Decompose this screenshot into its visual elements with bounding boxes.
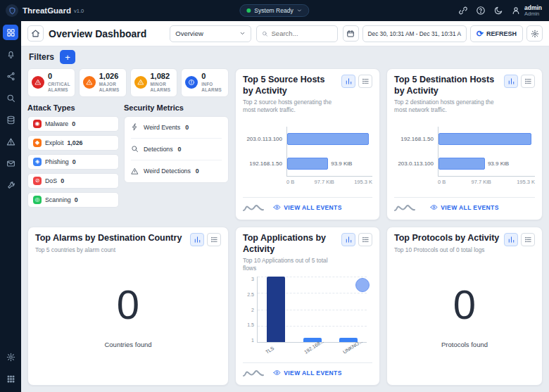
y-tick: 3 (243, 277, 254, 282)
attack-type-malware[interactable]: ◉ Malware 0 (27, 116, 119, 132)
metric-label: Detections (144, 146, 173, 153)
x-axis: 0 B 97.7 KiB 195.3 K (438, 176, 535, 185)
calendar-button[interactable] (343, 25, 359, 42)
attack-type-scanning[interactable]: ◎ Scanning 0 (27, 192, 119, 208)
table-view-button[interactable] (358, 75, 372, 88)
bar[interactable] (267, 277, 285, 342)
alarm-overview-section: 0 CRITICAL ALARMS 1,026 MAJOR ALARMS (27, 68, 229, 220)
bar-track: 93.9 KiB (438, 151, 535, 176)
sidebar-item-data-sources[interactable] (3, 112, 18, 127)
app-logo-shield-icon (6, 4, 18, 17)
gear-icon (6, 353, 15, 362)
metric-label: Weird Detections (144, 167, 191, 175)
stat-card-minor[interactable]: 1,082 MINOR ALARMS (130, 68, 178, 97)
page-title: Overview Dashboard (49, 28, 146, 39)
stat-card-critical[interactable]: 0 CRITICAL ALARMS (27, 68, 75, 97)
dark-mode-moon-icon[interactable] (493, 6, 503, 15)
vbar-chart-applications (257, 277, 367, 343)
table-view-button[interactable] (358, 233, 372, 246)
panel-subtitle: Top 2 source hosts generating the most n… (243, 99, 337, 114)
table-view-button[interactable] (521, 233, 535, 246)
stat-card-info[interactable]: 0 INFO ALARMS (181, 68, 229, 97)
chart-view-button[interactable] (341, 75, 355, 88)
chart-view-button[interactable] (504, 233, 518, 246)
table-view-button[interactable] (521, 75, 535, 88)
chart-view-button[interactable] (190, 233, 204, 246)
sidebar-item-messages[interactable] (3, 156, 18, 171)
system-status-dropdown[interactable]: System Ready (239, 4, 309, 17)
view-all-label: VIEW ALL EVENTS (441, 204, 499, 211)
view-all-label: VIEW ALL EVENTS (284, 204, 342, 211)
sidebar-item-tools[interactable] (3, 177, 18, 193)
panel-title: Top Alarms by Destination Country (35, 233, 182, 244)
view-all-events-link[interactable]: VIEW ALL EVENTS (273, 369, 342, 377)
chevron-down-icon (297, 8, 303, 13)
x-tick: 97.7 KiB (315, 179, 334, 185)
scanning-icon: ◎ (33, 196, 42, 204)
metric-value: 0 (196, 167, 199, 175)
link-icon[interactable] (458, 6, 468, 15)
bar-chart-icon (507, 77, 515, 85)
chevron-down-icon (239, 30, 246, 37)
panel-alarms-by-country: Top Alarms by Destination Country Top 5 … (27, 227, 229, 386)
app-version: v1.0 (74, 8, 84, 14)
user-menu[interactable]: admin Admin (511, 5, 542, 17)
panel-applications: Top Applications by Activity Top 10 Appl… (235, 227, 380, 386)
home-button[interactable] (27, 25, 44, 42)
view-all-events-link[interactable]: VIEW ALL EVENTS (273, 203, 342, 211)
sidebar-item-settings[interactable] (3, 349, 18, 365)
metric-label: Weird Events (144, 124, 180, 131)
sidebar-item-share[interactable] (3, 68, 18, 84)
alert-triangle-icon (134, 76, 147, 89)
refresh-label: REFRESH (486, 30, 517, 37)
attack-type-label: Scanning (45, 196, 71, 203)
metric-weird-events[interactable]: Weird Events 0 (131, 117, 222, 139)
user-role: Admin (524, 11, 542, 17)
sidebar-item-search[interactable] (3, 90, 18, 106)
dashboard-view-select[interactable]: Overview (170, 25, 251, 42)
hbar-row: 203.0.113.10093.9 KiB (394, 151, 535, 176)
category-label: 203.0.113.100 (243, 136, 286, 142)
bar[interactable] (438, 158, 485, 170)
bar-track: 93.9 KiB (286, 151, 372, 176)
bar[interactable] (438, 133, 531, 145)
share-network-icon (6, 72, 15, 81)
y-tick: 1 (243, 338, 254, 343)
metric-weird-detections[interactable]: Weird Detections 0 (131, 160, 222, 182)
chart-view-button[interactable] (341, 233, 355, 246)
attack-type-dos[interactable]: ⊘ DoS 0 (27, 173, 119, 189)
lightning-icon (131, 123, 139, 131)
metric-detections[interactable]: Detections 0 (131, 139, 222, 160)
panel-toolbar (341, 233, 372, 246)
view-all-events-link[interactable]: VIEW ALL EVENTS (430, 203, 499, 211)
date-range-picker[interactable]: Dec 30, 10:31 AM - Dec 31, 10:31 A (362, 25, 467, 42)
bar[interactable] (287, 133, 369, 145)
x-tick: 195.3 K (517, 179, 535, 185)
attack-type-exploit[interactable]: ◆ Exploit 1,026 (27, 135, 119, 151)
x-tick: 0 B (286, 179, 294, 185)
help-icon[interactable] (476, 6, 486, 15)
refresh-icon: ⟳ (477, 30, 484, 38)
list-icon (524, 236, 532, 244)
table-view-button[interactable] (207, 233, 221, 246)
sidebar-item-alarms[interactable] (3, 134, 18, 149)
sidebar-item-dashboard[interactable] (3, 25, 18, 40)
metric-value: 0 (178, 146, 182, 153)
refresh-button[interactable]: ⟳ REFRESH (470, 25, 523, 42)
panel-toolbar (341, 75, 372, 88)
chart-view-button[interactable] (504, 75, 518, 88)
home-icon (31, 29, 40, 38)
add-filter-button[interactable]: + (60, 50, 75, 64)
sidebar-item-alerts[interactable] (3, 46, 18, 62)
bar-value-label: 93.9 KiB (488, 160, 509, 167)
dashboard-settings-button[interactable] (526, 25, 543, 42)
bar[interactable] (287, 158, 328, 170)
bubble-point[interactable] (355, 278, 370, 292)
x-tick: 97.7 KiB (472, 179, 491, 185)
search-input[interactable] (272, 30, 332, 37)
stat-label: CRITICAL ALARMS (48, 82, 71, 93)
sidebar-item-apps[interactable] (3, 371, 18, 386)
bar-track (438, 127, 535, 151)
attack-type-phishing[interactable]: ◈ Phishing 0 (27, 154, 119, 170)
stat-card-major[interactable]: 1,026 MAJOR ALARMS (79, 68, 127, 97)
